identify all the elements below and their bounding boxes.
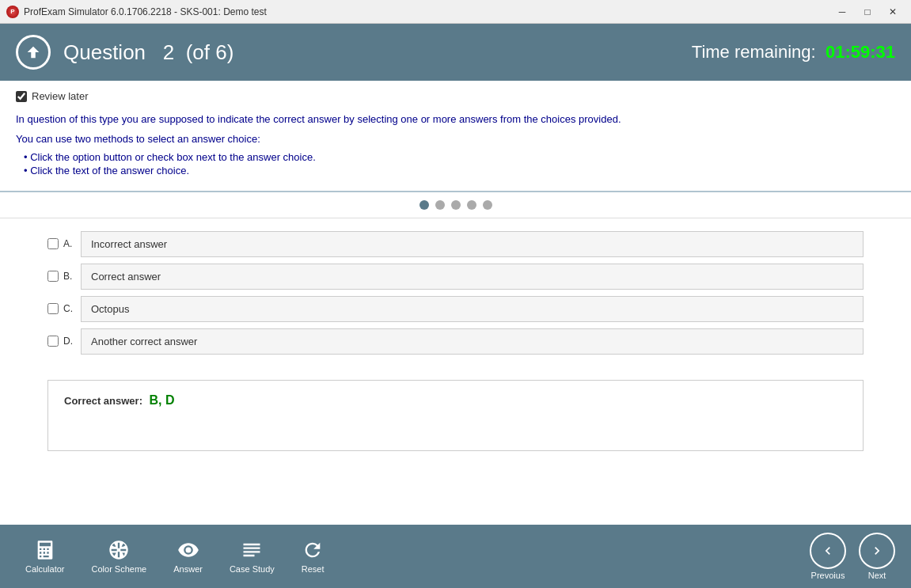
bullet-list: Click the option button or check box nex… — [24, 151, 895, 176]
maximize-button[interactable]: □ — [856, 2, 879, 21]
time-remaining: Time remaining: 01:59:31 — [692, 42, 895, 63]
correct-answer-value: B, D — [149, 393, 174, 407]
app-icon: P — [6, 6, 19, 18]
instruction-line1: In question of this type you are suppose… — [16, 112, 895, 128]
answer-letter-b: B. — [63, 271, 74, 282]
title-bar-text: ProfExam Simulator 6.0.1706.2218 - SKS-0… — [24, 6, 267, 17]
header: Question 2 (of 6) Time remaining: 01:59:… — [0, 24, 911, 81]
reset-label: Reset — [302, 564, 325, 574]
dot-3[interactable] — [451, 200, 461, 210]
answer-row-d: D. Another correct answer — [47, 328, 864, 355]
answer-box-c[interactable]: Octopus — [81, 296, 864, 322]
footer: Calculator Color Scheme Answer Case Stud… — [0, 525, 911, 588]
color-scheme-icon — [108, 539, 130, 561]
calculator-label: Calculator — [25, 564, 65, 574]
next-label: Next — [868, 571, 886, 580]
bullet-item-2: Click the text of the answer choice. — [24, 165, 895, 176]
bullet-item-1: Click the option button or check box nex… — [24, 151, 895, 163]
dot-5[interactable] — [483, 200, 492, 210]
close-button[interactable]: ✕ — [881, 2, 905, 21]
title-bar: P ProfExam Simulator 6.0.1706.2218 - SKS… — [0, 0, 911, 24]
answer-checkbox-c[interactable] — [47, 303, 59, 314]
up-arrow-icon — [25, 44, 42, 61]
time-value: 01:59:31 — [826, 42, 895, 62]
calculator-icon — [34, 539, 56, 561]
up-nav-button[interactable] — [16, 35, 51, 70]
dot-4[interactable] — [467, 200, 476, 210]
correct-answer-label: Correct answer: — [64, 395, 142, 407]
case-study-button[interactable]: Case Study — [220, 534, 284, 579]
previous-button[interactable] — [810, 533, 846, 569]
instruction-line2: You can use two methods to select an ans… — [16, 131, 895, 148]
review-label: Review later — [32, 90, 89, 102]
answer-checkbox-b[interactable] — [47, 271, 59, 282]
previous-nav-item: Prevoius — [810, 533, 846, 580]
review-row: Review later — [16, 90, 895, 102]
reset-icon — [302, 539, 324, 561]
case-study-label: Case Study — [230, 564, 275, 574]
answer-button[interactable]: Answer — [164, 534, 212, 579]
calculator-button[interactable]: Calculator — [16, 534, 74, 579]
next-nav-item: Next — [859, 533, 895, 580]
instruction-panel: Review later In question of this type yo… — [0, 81, 911, 192]
dots-pagination — [0, 192, 911, 218]
answer-letter-c: C. — [63, 303, 74, 314]
answer-letter-d: D. — [63, 336, 74, 347]
footer-nav: Prevoius Next — [810, 533, 895, 580]
dot-2[interactable] — [435, 200, 445, 210]
previous-label: Prevoius — [811, 571, 845, 580]
minimize-button[interactable]: ─ — [830, 2, 854, 21]
window-controls: ─ □ ✕ — [830, 2, 905, 21]
answer-label: Answer — [173, 564, 203, 574]
answer-letter-a: A. — [63, 238, 74, 249]
answer-icon — [177, 539, 199, 561]
next-button[interactable] — [859, 533, 895, 569]
answer-checkbox-a[interactable] — [47, 238, 59, 249]
case-study-icon — [241, 539, 263, 561]
question-title: Question 2 (of 6) — [63, 40, 233, 65]
next-arrow-icon — [869, 543, 885, 559]
reset-button[interactable]: Reset — [292, 534, 334, 579]
correct-answer-panel: Correct answer: B, D — [47, 380, 864, 451]
answer-box-d[interactable]: Another correct answer — [81, 328, 864, 355]
answer-row-a: A. Incorrect answer — [47, 231, 864, 257]
dot-1[interactable] — [419, 200, 429, 210]
color-scheme-label: Color Scheme — [92, 564, 147, 574]
answer-checkbox-d[interactable] — [47, 336, 59, 347]
main-content: Review later In question of this type yo… — [0, 81, 911, 525]
answers-section: A. Incorrect answer B. Correct answer C.… — [0, 218, 911, 374]
review-later-checkbox[interactable] — [16, 91, 27, 102]
answer-row-b: B. Correct answer — [47, 264, 864, 290]
previous-arrow-icon — [820, 543, 836, 559]
color-scheme-button[interactable]: Color Scheme — [82, 534, 157, 579]
answer-box-a[interactable]: Incorrect answer — [81, 231, 864, 257]
answer-row-c: C. Octopus — [47, 296, 864, 322]
answer-box-b[interactable]: Correct answer — [81, 264, 864, 290]
